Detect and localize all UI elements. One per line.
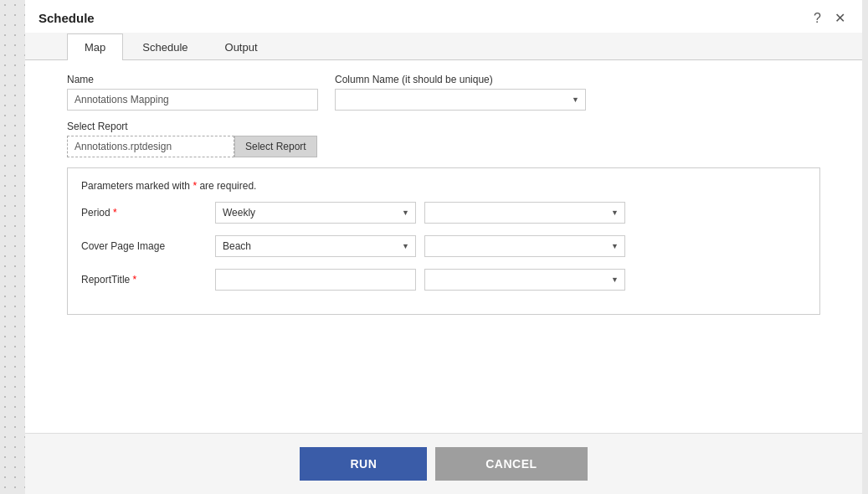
column-name-label: Column Name (it should be unique) <box>335 74 586 85</box>
dialog-title: Schedule <box>39 11 95 25</box>
close-button[interactable]: ✕ <box>831 8 849 28</box>
help-button[interactable]: ? <box>810 9 824 28</box>
report-filename-input[interactable] <box>67 136 234 157</box>
period-inputs: Weekly Daily Monthly <box>215 202 806 224</box>
run-button[interactable]: RUN <box>300 447 427 481</box>
content-area: Name Column Name (it should be unique) S… <box>25 60 862 433</box>
reporttitle-inputs <box>215 269 806 291</box>
reporttitle-dropdown-wrapper <box>424 269 625 291</box>
cover-dropdown2[interactable] <box>424 235 625 257</box>
tab-output[interactable]: Output <box>208 33 275 60</box>
reporttitle-text-input[interactable] <box>215 269 416 291</box>
select-report-inner: Select Report <box>67 136 820 157</box>
period-label: Period * <box>81 207 215 219</box>
param-row-reporttitle: ReportTitle * <box>81 269 806 291</box>
title-bar: Schedule ? ✕ <box>25 0 862 33</box>
select-report-label: Select Report <box>67 121 820 132</box>
name-group: Name <box>67 74 318 111</box>
period-dropdown2[interactable] <box>424 202 625 224</box>
tab-bar: Map Schedule Output <box>25 33 862 60</box>
parameters-box: Parameters marked with * are required. P… <box>67 167 820 315</box>
param-row-period: Period * Weekly Daily Monthly <box>81 202 806 224</box>
cover-dropdown1[interactable]: Beach Mountain City <box>215 235 416 257</box>
column-name-select-wrapper <box>335 89 586 111</box>
column-name-group: Column Name (it should be unique) <box>335 74 586 111</box>
name-label: Name <box>67 74 318 85</box>
tab-map[interactable]: Map <box>67 33 123 60</box>
cancel-button[interactable]: CANCEL <box>435 447 587 481</box>
period-dropdown2-wrapper <box>424 202 625 224</box>
tab-schedule[interactable]: Schedule <box>125 33 205 60</box>
period-dropdown1[interactable]: Weekly Daily Monthly <box>215 202 416 224</box>
dialog-footer: RUN CANCEL <box>25 433 862 494</box>
param-row-cover: Cover Page Image Beach Mountain City <box>81 235 806 257</box>
cover-dropdown2-wrapper <box>424 235 625 257</box>
reporttitle-dropdown[interactable] <box>424 269 625 291</box>
params-header: Parameters marked with * are required. <box>81 180 806 192</box>
cover-inputs: Beach Mountain City <box>215 235 806 257</box>
name-input[interactable] <box>67 89 318 111</box>
select-report-group: Select Report Select Report <box>67 121 820 157</box>
column-name-select[interactable] <box>335 89 586 111</box>
title-bar-actions: ? ✕ <box>810 8 849 28</box>
schedule-dialog: Schedule ? ✕ Map Schedule Output Name Co… <box>25 0 862 494</box>
reporttitle-label: ReportTitle * <box>81 274 215 286</box>
cover-dropdown1-wrapper: Beach Mountain City <box>215 235 416 257</box>
name-column-row: Name Column Name (it should be unique) <box>67 74 820 111</box>
period-dropdown1-wrapper: Weekly Daily Monthly <box>215 202 416 224</box>
cover-label: Cover Page Image <box>81 240 215 252</box>
select-report-button[interactable]: Select Report <box>234 136 317 157</box>
